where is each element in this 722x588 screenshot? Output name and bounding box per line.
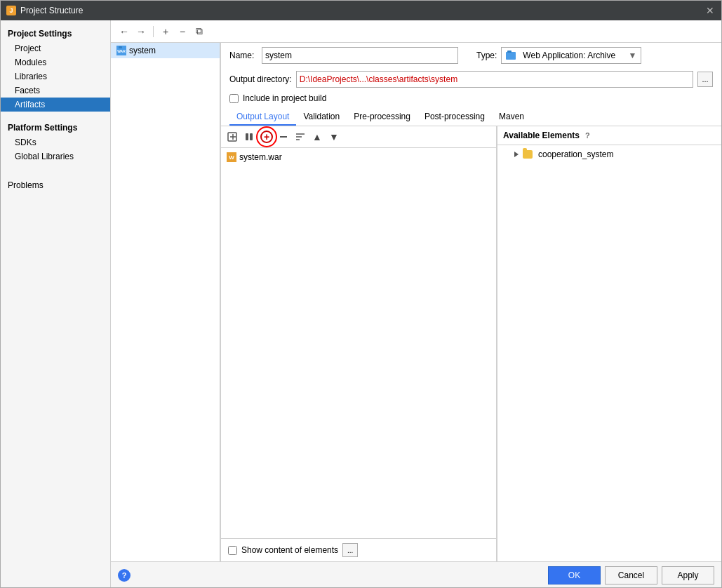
svg-rect-8	[246, 133, 248, 140]
dotdot-button[interactable]: ...	[342, 543, 358, 557]
available-tree: cooperation_system	[497, 145, 721, 561]
output-extract-btn[interactable]	[225, 129, 241, 145]
available-tree-item[interactable]: cooperation_system	[497, 148, 721, 161]
war-item-label: system.war	[239, 152, 282, 162]
available-elements-title: Available Elements	[503, 131, 580, 140]
folder-icon	[523, 150, 533, 159]
artifact-item-icon: WAR	[116, 46, 126, 55]
output-tree: W system.war	[221, 148, 496, 538]
artifact-list-panel: WAR system	[111, 43, 221, 561]
sidebar-item-facets[interactable]: Facets	[1, 83, 110, 98]
sidebar-item-project[interactable]: Project	[1, 41, 110, 55]
war-icon: W	[227, 152, 236, 162]
footer: ? OK Cancel Apply	[111, 561, 721, 588]
svg-text:WAR: WAR	[117, 49, 126, 53]
svg-rect-1	[119, 46, 122, 48]
tabs-row: Output Layout Validation Pre-processing …	[221, 109, 721, 126]
help-button[interactable]: ?	[118, 569, 131, 582]
type-dropdown-arrow: ▼	[628, 51, 636, 60]
forward-button[interactable]: →	[133, 24, 149, 39]
sidebar-item-libraries[interactable]: Libraries	[1, 69, 110, 83]
output-dir-input[interactable]	[296, 71, 693, 88]
svg-rect-9	[250, 133, 253, 140]
tab-post-processing[interactable]: Post-processing	[417, 109, 492, 126]
move-down-button[interactable]: ▼	[326, 129, 342, 145]
include-project-build-checkbox[interactable]	[229, 94, 239, 103]
type-label-text: Type:	[476, 51, 497, 60]
sidebar-item-artifacts[interactable]: Artifacts	[1, 98, 110, 112]
window-title: Project Structure	[20, 6, 83, 15]
ok-button[interactable]: OK	[548, 566, 601, 584]
available-item-label: cooperation_system	[538, 149, 613, 159]
platform-settings-heading: Platform Settings	[1, 117, 110, 135]
expand-triangle-icon[interactable]	[514, 152, 519, 157]
available-elements-panel: Available Elements ? cooperation_system	[497, 126, 721, 561]
available-elements-header: Available Elements ?	[497, 126, 721, 145]
bottom-bar: Show content of elements ...	[221, 538, 496, 561]
cancel-button[interactable]: Cancel	[605, 566, 657, 584]
show-content-label: Show content of elements	[241, 545, 338, 555]
apply-button[interactable]: Apply	[662, 566, 714, 584]
war-tree-item[interactable]: W system.war	[221, 151, 496, 163]
artifact-list-item[interactable]: WAR system	[111, 43, 220, 58]
type-dropdown[interactable]: Web Application: Archive ▼	[501, 47, 641, 64]
type-select-value: Web Application: Archive	[523, 51, 615, 60]
copy-artifact-button[interactable]: ⧉	[192, 24, 207, 39]
artifact-list: WAR system	[111, 43, 220, 561]
output-layout-area: +	[221, 126, 721, 561]
content-panel: ← → + − ⧉ WAR	[111, 20, 721, 588]
app-icon: J	[6, 6, 16, 15]
sidebar-item-global-libraries[interactable]: Global Libraries	[1, 149, 110, 163]
output-dir-label: Output directory:	[229, 74, 292, 84]
show-content-checkbox[interactable]	[228, 546, 237, 555]
name-label: Name:	[229, 51, 258, 60]
move-up-button[interactable]: ▲	[309, 129, 325, 145]
add-element-icon: +	[260, 131, 273, 143]
output-toolbar: +	[221, 126, 496, 148]
help-circle-icon[interactable]: ?	[585, 131, 590, 140]
output-columns-btn[interactable]	[242, 129, 258, 145]
title-bar: J Project Structure ✕	[1, 1, 721, 20]
sidebar: Project Settings Project Modules Librari…	[1, 20, 111, 588]
sidebar-item-modules[interactable]: Modules	[1, 55, 110, 69]
project-settings-heading: Project Settings	[1, 23, 110, 41]
artifact-toolbar: ← → + − ⧉	[111, 20, 721, 43]
add-artifact-button[interactable]: +	[158, 24, 173, 39]
include-project-build-label: Include in project build	[243, 93, 326, 103]
svg-rect-4	[507, 51, 512, 53]
back-button[interactable]: ←	[116, 24, 132, 39]
sidebar-item-sdks[interactable]: SDKs	[1, 135, 110, 149]
include-project-build-row: Include in project build	[221, 91, 721, 106]
name-row: Name: Type: Web Application: Archive ▼	[221, 43, 721, 68]
browse-dir-button[interactable]: ...	[697, 72, 713, 87]
sidebar-item-problems[interactable]: Problems	[1, 175, 110, 193]
add-element-button[interactable]: +	[259, 129, 274, 145]
tab-maven[interactable]: Maven	[492, 109, 531, 126]
tab-validation[interactable]: Validation	[296, 109, 347, 126]
sort-button[interactable]	[293, 129, 308, 145]
tab-pre-processing[interactable]: Pre-processing	[347, 109, 417, 126]
close-button[interactable]: ✕	[704, 5, 716, 16]
remove-artifact-button[interactable]: −	[175, 24, 190, 39]
output-dir-row: Output directory: ...	[221, 68, 721, 91]
name-input[interactable]	[262, 47, 458, 64]
artifact-item-name: system	[129, 46, 156, 55]
tab-output-layout[interactable]: Output Layout	[229, 109, 296, 126]
svg-rect-3	[506, 52, 516, 60]
remove-element-button[interactable]	[276, 129, 291, 145]
